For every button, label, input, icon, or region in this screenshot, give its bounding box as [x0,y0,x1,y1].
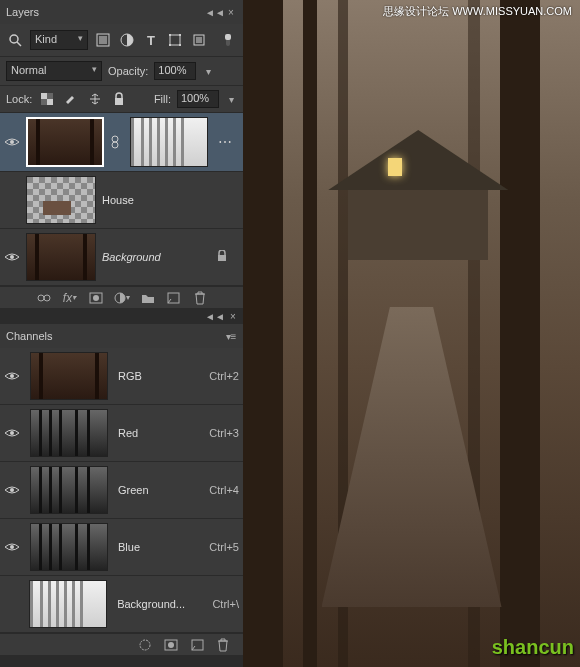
layer-thumbnail[interactable] [26,233,96,281]
filter-type-icon[interactable]: T [142,31,160,49]
channel-row[interactable]: Green Ctrl+4 [0,462,243,519]
svg-rect-5 [170,35,180,45]
watermark-logo: shancun [492,636,574,659]
channel-thumbnail[interactable] [29,580,107,628]
svg-rect-23 [218,255,226,261]
opacity-label: Opacity: [108,65,148,77]
layer-row[interactable]: ⋯ [0,113,243,172]
channels-list: RGB Ctrl+2 Red Ctrl+3 Green Ctrl+4 Blue … [0,348,243,633]
layer-mask-thumbnail[interactable] [130,117,208,167]
filter-shape-icon[interactable] [166,31,184,49]
layer-thumbnail[interactable] [26,117,104,167]
delete-layer-icon[interactable] [192,290,208,306]
layer-thumbnail[interactable] [26,176,96,224]
layers-panel-header: Layers ◄◄ × [0,0,243,24]
channel-shortcut-label: Ctrl+3 [209,427,239,439]
layer-row[interactable]: House [0,172,243,229]
save-selection-icon[interactable] [163,637,179,653]
svg-rect-6 [169,34,171,36]
mask-link-icon[interactable] [110,135,124,149]
load-selection-icon[interactable] [137,637,153,653]
svg-rect-16 [47,93,53,99]
visibility-toggle-icon[interactable] [4,368,20,384]
new-channel-icon[interactable] [189,637,205,653]
chevron-down-icon[interactable]: ▾ [202,65,214,77]
svg-point-19 [10,140,14,144]
layer-options-icon[interactable]: ⋯ [218,134,232,150]
lock-all-icon[interactable] [110,90,128,108]
filter-kind-dropdown[interactable]: Kind [30,30,88,50]
channel-shortcut-label: Ctrl+4 [209,484,239,496]
add-mask-icon[interactable] [88,290,104,306]
svg-point-24 [38,295,44,301]
svg-rect-8 [169,44,171,46]
channel-row[interactable]: Background... Ctrl+\ [0,576,243,633]
visibility-toggle-icon[interactable] [4,425,20,441]
close-panel-icon[interactable]: × [225,6,237,18]
svg-point-0 [10,35,18,43]
close-panel-icon[interactable]: × [227,310,239,322]
fill-label: Fill: [154,93,171,105]
layers-panel-title: Layers [6,6,39,18]
channel-thumbnail[interactable] [30,409,108,457]
layer-row[interactable]: Background [0,229,243,286]
lock-position-icon[interactable] [86,90,104,108]
channel-row[interactable]: RGB Ctrl+2 [0,348,243,405]
lock-indicator-icon [217,250,231,264]
channels-panel-title: Channels [6,330,52,342]
collapse-icon[interactable]: ◄◄ [209,310,221,322]
svg-point-33 [10,545,14,549]
svg-point-21 [112,142,118,148]
blend-mode-row: Normal Opacity: 100% ▾ [0,57,243,86]
channel-row[interactable]: Blue Ctrl+5 [0,519,243,576]
svg-point-36 [168,642,174,648]
svg-rect-17 [41,99,47,105]
channel-name-label: Background... [117,598,202,610]
layer-filter-row: Kind T [0,24,243,57]
delete-channel-icon[interactable] [215,637,231,653]
search-icon [6,31,24,49]
channel-name-label: RGB [118,370,199,382]
svg-point-32 [10,488,14,492]
svg-rect-11 [196,37,202,43]
filter-adjustment-icon[interactable] [118,31,136,49]
watermark-text: 思缘设计论坛 WWW.MISSYUAN.COM [383,4,572,19]
layer-name-label[interactable]: House [102,194,134,206]
lock-transparency-icon[interactable] [38,90,56,108]
lock-row: Lock: Fill: 100% ▾ [0,86,243,113]
channels-panel-header: Channels ▾≡ [0,324,243,348]
panel-menu-icon[interactable]: ▾≡ [225,330,237,342]
layers-panel-footer: fx▾ ▾ [0,286,243,308]
filter-pixel-icon[interactable] [94,31,112,49]
filter-toggle-switch[interactable] [219,31,237,49]
visibility-toggle-icon[interactable] [4,134,20,150]
channel-thumbnail[interactable] [30,523,108,571]
visibility-toggle-icon[interactable] [4,482,20,498]
new-group-icon[interactable] [140,290,156,306]
svg-rect-14 [41,93,47,99]
channel-thumbnail[interactable] [30,352,108,400]
document-canvas[interactable]: 思缘设计论坛 WWW.MISSYUAN.COM shancun [243,0,580,667]
chevron-down-icon[interactable]: ▾ [225,93,237,105]
adjustment-layer-icon[interactable]: ▾ [114,290,130,306]
svg-point-20 [112,136,118,142]
svg-rect-3 [99,36,107,44]
blend-mode-dropdown[interactable]: Normal [6,61,102,81]
link-layers-icon[interactable] [36,290,52,306]
layer-effects-icon[interactable]: fx▾ [62,290,78,306]
opacity-input[interactable]: 100% [154,62,196,80]
filter-smartobject-icon[interactable] [190,31,208,49]
svg-line-1 [17,42,21,46]
collapse-icon[interactable]: ◄◄ [209,6,221,18]
lock-paint-icon[interactable] [62,90,80,108]
new-layer-icon[interactable] [166,290,182,306]
visibility-toggle-icon[interactable] [4,539,20,555]
visibility-toggle-icon[interactable] [4,249,20,265]
channel-thumbnail[interactable] [30,466,108,514]
channel-row[interactable]: Red Ctrl+3 [0,405,243,462]
svg-rect-18 [115,98,123,105]
fill-input[interactable]: 100% [177,90,219,108]
svg-point-22 [10,255,14,259]
layers-list: ⋯ House Background [0,113,243,286]
layer-name-label[interactable]: Background [102,251,161,263]
